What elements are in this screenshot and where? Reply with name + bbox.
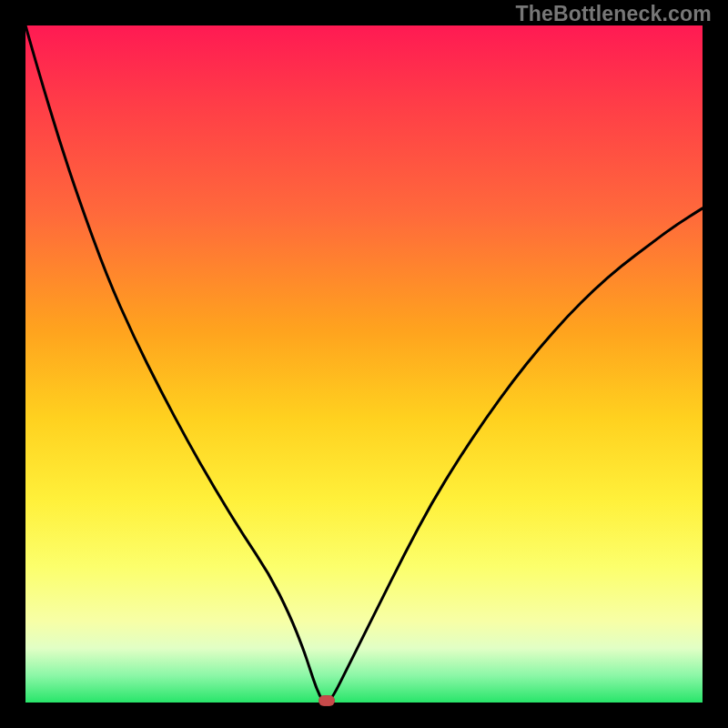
chart-frame: TheBottleneck.com [0, 0, 728, 728]
watermark-label: TheBottleneck.com [515, 2, 712, 26]
curve-path [25, 25, 703, 703]
bottleneck-curve [25, 25, 703, 703]
minimum-marker [318, 695, 335, 706]
